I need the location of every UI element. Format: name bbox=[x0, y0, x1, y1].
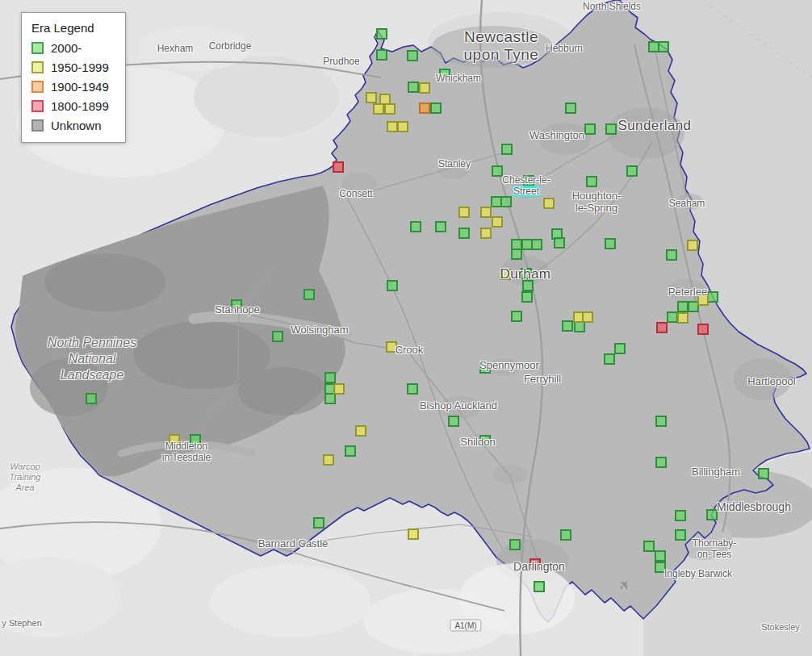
era-marker[interactable] bbox=[435, 221, 446, 232]
era-marker[interactable] bbox=[480, 228, 492, 239]
era-marker[interactable] bbox=[697, 324, 709, 335]
era-marker[interactable] bbox=[458, 228, 470, 239]
era-marker[interactable] bbox=[509, 539, 521, 550]
era-marker[interactable] bbox=[419, 102, 430, 114]
era-marker[interactable] bbox=[408, 81, 419, 93]
era-marker[interactable] bbox=[565, 102, 576, 114]
era-marker[interactable] bbox=[666, 249, 677, 261]
era-marker[interactable] bbox=[655, 416, 667, 427]
era-marker[interactable] bbox=[529, 558, 541, 570]
era-marker[interactable] bbox=[522, 280, 534, 291]
era-marker[interactable] bbox=[586, 176, 597, 187]
era-marker[interactable] bbox=[500, 269, 511, 280]
legend-label: Unknown bbox=[51, 119, 102, 132]
era-marker[interactable] bbox=[511, 249, 522, 260]
era-marker[interactable] bbox=[677, 301, 689, 312]
legend-label: 1900-1949 bbox=[51, 80, 109, 94]
era-marker[interactable] bbox=[439, 69, 450, 80]
era-marker[interactable] bbox=[523, 175, 534, 186]
era-marker[interactable] bbox=[531, 239, 542, 250]
legend-title: Era Legend bbox=[31, 21, 115, 35]
era-marker[interactable] bbox=[480, 207, 492, 218]
era-marker[interactable] bbox=[706, 509, 718, 520]
era-marker[interactable] bbox=[386, 341, 397, 353]
era-marker[interactable] bbox=[190, 434, 201, 445]
legend-item: 1800-1899 bbox=[31, 99, 115, 113]
era-marker[interactable] bbox=[605, 238, 616, 249]
era-marker[interactable] bbox=[501, 144, 513, 155]
era-marker[interactable] bbox=[231, 299, 242, 311]
era-marker[interactable] bbox=[397, 121, 408, 132]
era-marker[interactable] bbox=[384, 103, 396, 115]
legend-rows: 2000-1950-19991900-19491800-1899Unknown bbox=[31, 41, 115, 132]
era-marker[interactable] bbox=[584, 123, 596, 135]
era-marker[interactable] bbox=[562, 320, 573, 332]
era-marker[interactable] bbox=[373, 103, 384, 115]
era-marker[interactable] bbox=[272, 331, 283, 342]
map-canvas[interactable]: North ShieldsNewcastleupon TyneHexhamCor… bbox=[0, 0, 812, 656]
era-marker[interactable] bbox=[614, 343, 626, 354]
era-marker[interactable] bbox=[408, 529, 419, 540]
era-marker[interactable] bbox=[560, 529, 571, 541]
era-marker[interactable] bbox=[675, 529, 686, 541]
era-marker[interactable] bbox=[656, 322, 668, 333]
era-marker[interactable] bbox=[366, 92, 377, 103]
era-marker[interactable] bbox=[707, 291, 718, 303]
era-marker[interactable] bbox=[626, 165, 638, 177]
era-marker[interactable] bbox=[655, 562, 666, 573]
era-marker[interactable] bbox=[458, 207, 470, 218]
era-marker[interactable] bbox=[582, 311, 593, 323]
era-marker[interactable] bbox=[313, 517, 324, 529]
era-marker[interactable] bbox=[324, 393, 336, 404]
era-marker[interactable] bbox=[448, 416, 459, 427]
era-marker[interactable] bbox=[355, 425, 366, 437]
era-marker[interactable] bbox=[407, 50, 418, 61]
era-marker[interactable] bbox=[376, 49, 387, 61]
era-marker[interactable] bbox=[643, 541, 655, 552]
era-marker[interactable] bbox=[419, 82, 430, 94]
era-marker[interactable] bbox=[697, 295, 709, 306]
era-marker[interactable] bbox=[605, 123, 617, 135]
era-marker[interactable] bbox=[407, 383, 418, 395]
era-marker[interactable] bbox=[169, 434, 180, 445]
era-marker[interactable] bbox=[500, 196, 512, 207]
era-marker[interactable] bbox=[511, 311, 522, 322]
era-marker[interactable] bbox=[324, 372, 336, 383]
legend-item: 1950-1999 bbox=[31, 61, 115, 74]
era-marker[interactable] bbox=[543, 198, 555, 209]
era-marker[interactable] bbox=[534, 581, 545, 592]
era-marker[interactable] bbox=[492, 165, 503, 177]
era-marker[interactable] bbox=[333, 383, 345, 395]
era-marker[interactable] bbox=[479, 362, 491, 374]
era-marker[interactable] bbox=[554, 237, 565, 249]
era-marker[interactable] bbox=[655, 457, 667, 468]
era-marker[interactable] bbox=[521, 291, 533, 303]
era-marker[interactable] bbox=[521, 268, 532, 279]
era-marker[interactable] bbox=[345, 445, 356, 457]
era-marker[interactable] bbox=[479, 435, 491, 446]
era-marker[interactable] bbox=[574, 321, 585, 332]
era-marker[interactable] bbox=[655, 550, 666, 562]
era-marker[interactable] bbox=[492, 216, 503, 228]
era-marker[interactable] bbox=[604, 353, 615, 365]
legend-swatch-icon bbox=[31, 42, 44, 54]
era-marker[interactable] bbox=[675, 510, 686, 521]
legend-swatch-icon bbox=[31, 119, 44, 132]
era-marker[interactable] bbox=[387, 121, 398, 132]
era-legend: Era Legend 2000-1950-19991900-19491800-1… bbox=[21, 12, 126, 143]
era-marker[interactable] bbox=[687, 240, 698, 251]
era-marker[interactable] bbox=[86, 393, 97, 404]
era-marker[interactable] bbox=[430, 102, 442, 114]
era-marker[interactable] bbox=[376, 28, 387, 40]
legend-label: 1950-1999 bbox=[51, 61, 109, 74]
era-marker[interactable] bbox=[667, 311, 678, 323]
road-badge-a1m: A1(M) bbox=[450, 620, 481, 632]
era-marker[interactable] bbox=[333, 161, 344, 173]
era-marker[interactable] bbox=[410, 221, 421, 232]
era-marker[interactable] bbox=[303, 289, 315, 300]
era-marker[interactable] bbox=[323, 454, 334, 466]
era-marker[interactable] bbox=[677, 312, 689, 324]
era-marker[interactable] bbox=[758, 468, 769, 479]
era-marker[interactable] bbox=[387, 280, 398, 291]
era-marker[interactable] bbox=[658, 41, 669, 52]
